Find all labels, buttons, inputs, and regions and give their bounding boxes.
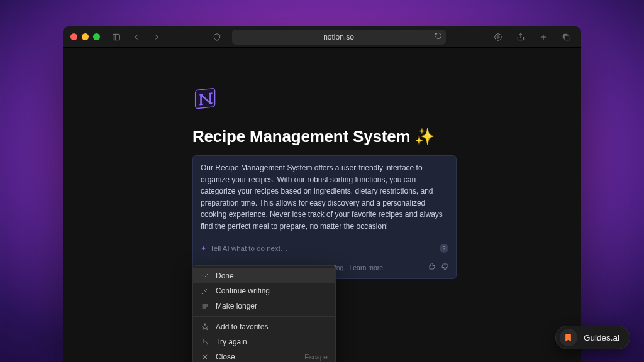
tabs-overview-button[interactable]: [558, 30, 574, 45]
browser-window: notion.so: [63, 26, 581, 362]
reload-icon[interactable]: [435, 32, 442, 41]
close-window-button[interactable]: [70, 33, 77, 40]
ai-actions-menu: DoneContinue writingMake longer Add to f…: [192, 265, 336, 362]
menu-item-label: Continue writing: [216, 287, 270, 295]
back-button[interactable]: [129, 30, 144, 45]
thumbs-up-button[interactable]: [428, 263, 436, 273]
menu-item-label: Done: [216, 272, 234, 280]
svg-rect-7: [564, 35, 569, 40]
svg-marker-17: [202, 324, 208, 330]
page-content: Recipe Management System ✨ Our Recipe Ma…: [63, 48, 581, 362]
thumbs-down-button[interactable]: [441, 263, 448, 273]
menu-item-label: Add to favorites: [216, 322, 268, 331]
pencil-icon: [201, 287, 209, 295]
svg-line-10: [199, 94, 203, 95]
ai-followup-input[interactable]: ✦ Tell AI what to do next… ?: [201, 238, 448, 255]
help-icon[interactable]: ?: [440, 244, 448, 253]
sidebar-toggle-button[interactable]: [109, 30, 124, 45]
menu-item-make-longer[interactable]: Make longer: [193, 299, 335, 314]
guides-ai-label: Guides.ai: [584, 333, 619, 343]
menu-separator: [193, 316, 335, 317]
ai-input-placeholder: Tell AI what to do next…: [210, 243, 287, 255]
menu-item-add-to-favorites[interactable]: Add to favorites: [193, 319, 335, 334]
menu-item-shortcut: Escape: [304, 353, 328, 361]
minimize-window-button[interactable]: [82, 33, 89, 40]
url-text: notion.so: [323, 33, 354, 41]
bookmark-icon: [560, 329, 577, 346]
learn-more-link[interactable]: Learn more: [349, 263, 383, 273]
browser-titlebar: notion.so: [63, 26, 581, 48]
guides-ai-badge[interactable]: Guides.ai: [555, 326, 630, 349]
sparkle-icon: ✦: [201, 243, 206, 254]
menu-item-try-again[interactable]: Try again: [193, 334, 335, 349]
svg-line-12: [199, 104, 203, 105]
share-button[interactable]: [513, 30, 528, 45]
privacy-shield-icon[interactable]: [209, 30, 225, 45]
ai-response-text: Our Recipe Management System offers a us…: [201, 162, 448, 233]
menu-item-label: Try again: [216, 337, 247, 346]
menu-item-done[interactable]: Done: [193, 268, 335, 283]
star-icon: [201, 323, 209, 331]
check-icon: [201, 272, 209, 280]
svg-line-11: [209, 93, 212, 94]
svg-rect-0: [113, 34, 120, 40]
menu-item-label: Make longer: [216, 302, 257, 310]
new-tab-button[interactable]: [536, 30, 551, 45]
notion-logo-icon: [192, 85, 219, 112]
forward-button[interactable]: [149, 30, 164, 45]
lines-icon: [201, 302, 209, 310]
page-title[interactable]: Recipe Management System ✨: [192, 127, 457, 146]
downloads-button[interactable]: [491, 30, 506, 45]
menu-item-continue-writing[interactable]: Continue writing: [193, 283, 335, 299]
svg-line-13: [209, 103, 212, 104]
address-bar[interactable]: notion.so: [232, 30, 446, 45]
maximize-window-button[interactable]: [93, 33, 100, 40]
ai-response-block: Our Recipe Management System offers a us…: [192, 155, 457, 279]
x-icon: [201, 353, 209, 361]
menu-item-label: Close: [216, 353, 235, 361]
menu-item-close[interactable]: CloseEscape: [193, 349, 335, 362]
window-controls: [70, 33, 100, 40]
undo-icon: [201, 338, 209, 346]
